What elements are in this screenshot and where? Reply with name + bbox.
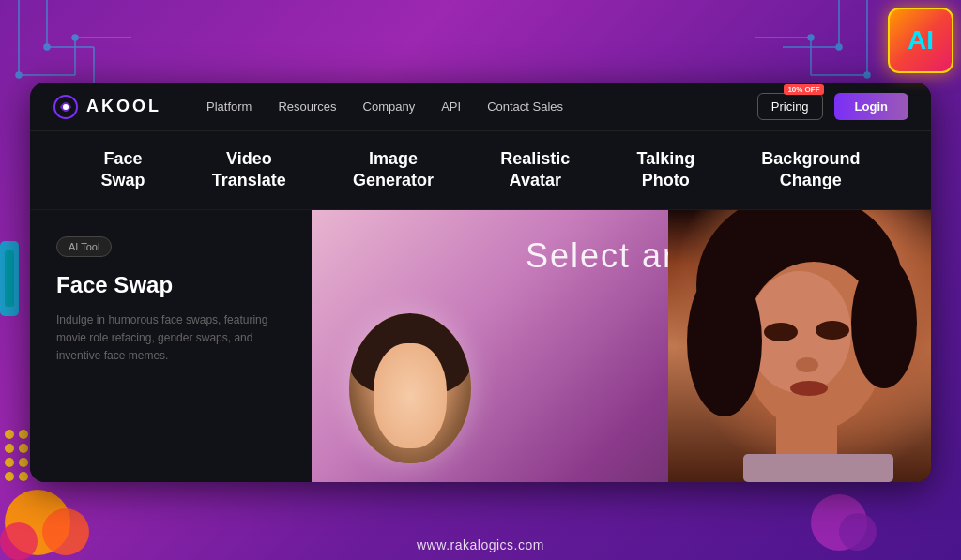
svg-point-35 xyxy=(63,104,69,110)
svg-point-49 xyxy=(0,522,38,560)
feature-image-generator-label: ImageGenerator xyxy=(353,148,434,192)
svg-point-33 xyxy=(19,472,28,481)
svg-point-41 xyxy=(796,357,818,372)
pricing-label: Pricing xyxy=(771,99,809,114)
svg-point-18 xyxy=(864,72,870,78)
ai-badge: AI xyxy=(888,8,953,73)
main-container: AKOOL Platform Resources Company API Con… xyxy=(30,83,931,482)
feature-face-swap[interactable]: FaceSwap xyxy=(101,148,145,192)
logo-icon xyxy=(53,94,79,120)
svg-point-32 xyxy=(5,472,14,481)
svg-point-21 xyxy=(5,430,14,439)
content-right-panel: Select area xyxy=(312,210,931,482)
logo-text: AKOOL xyxy=(86,97,161,116)
svg-point-39 xyxy=(764,323,798,341)
portrait-inner xyxy=(349,313,471,463)
feature-realistic-avatar[interactable]: RealisticAvatar xyxy=(500,148,570,192)
feature-background-change-label: BackgroundChange xyxy=(761,148,860,192)
content-area: AI Tool Face Swap Indulge in humorous fa… xyxy=(30,210,931,482)
feature-video-translate[interactable]: VideoTranslate xyxy=(212,148,286,192)
feature-bar: FaceSwap VideoTranslate ImageGenerator R… xyxy=(30,131,931,210)
nav-company[interactable]: Company xyxy=(363,99,416,114)
content-title: Face Swap xyxy=(56,272,285,298)
nav-right: 10% OFF Pricing Login xyxy=(757,93,908,120)
svg-point-45 xyxy=(851,257,917,388)
feature-background-change[interactable]: BackgroundChange xyxy=(761,148,860,192)
svg-rect-53 xyxy=(5,250,14,307)
svg-point-8 xyxy=(16,72,22,78)
feature-realistic-avatar-label: RealisticAvatar xyxy=(500,148,570,192)
woman-face xyxy=(668,210,931,482)
svg-point-25 xyxy=(5,444,14,453)
feature-image-generator[interactable]: ImageGenerator xyxy=(353,148,434,192)
svg-point-22 xyxy=(19,430,28,439)
feature-talking-photo[interactable]: TalkingPhoto xyxy=(636,148,694,192)
content-left-panel: AI Tool Face Swap Indulge in humorous fa… xyxy=(30,210,312,482)
content-description: Indulge in humorous face swaps, featurin… xyxy=(56,311,285,366)
svg-point-10 xyxy=(44,44,50,50)
svg-point-51 xyxy=(839,513,877,551)
svg-point-26 xyxy=(19,444,28,453)
svg-rect-46 xyxy=(743,454,893,482)
svg-point-30 xyxy=(19,458,28,467)
pricing-button[interactable]: 10% OFF Pricing xyxy=(757,93,823,120)
watermark: www.rakalogics.com xyxy=(417,537,544,552)
feature-talking-photo-label: TalkingPhoto xyxy=(636,148,694,192)
svg-point-19 xyxy=(808,35,814,40)
pricing-badge: 10% OFF xyxy=(784,84,823,95)
nav-resources[interactable]: Resources xyxy=(278,99,336,114)
feature-video-translate-label: VideoTranslate xyxy=(212,148,286,192)
svg-point-42 xyxy=(790,381,828,396)
login-button[interactable]: Login xyxy=(834,93,908,120)
side-decoration-left xyxy=(0,241,23,320)
nav-api[interactable]: API xyxy=(441,99,461,114)
woman-face-inner xyxy=(668,210,931,482)
svg-point-29 xyxy=(5,458,14,467)
svg-point-9 xyxy=(72,35,78,40)
svg-point-44 xyxy=(687,266,762,416)
nav-platform[interactable]: Platform xyxy=(206,99,252,114)
nav-links: Platform Resources Company API Contact S… xyxy=(206,99,727,114)
logo[interactable]: AKOOL xyxy=(53,94,161,120)
ai-badge-text: AI xyxy=(908,25,934,55)
portrait-image xyxy=(349,313,471,463)
ai-tool-badge: AI Tool xyxy=(56,236,112,257)
svg-point-40 xyxy=(816,321,849,340)
portrait-face xyxy=(374,343,447,448)
feature-face-swap-label: FaceSwap xyxy=(101,148,145,192)
nav-contact-sales[interactable]: Contact Sales xyxy=(487,99,563,114)
navbar: AKOOL Platform Resources Company API Con… xyxy=(30,83,931,131)
svg-point-20 xyxy=(836,44,842,50)
